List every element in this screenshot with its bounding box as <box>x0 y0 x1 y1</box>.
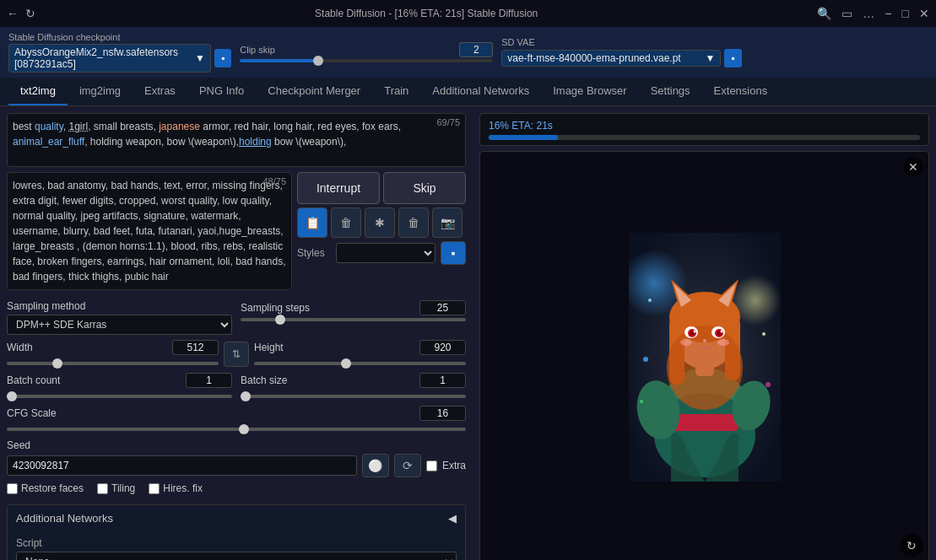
svg-point-30 <box>643 357 648 362</box>
batch-size-label: Batch size <box>241 374 287 386</box>
sampling-method-select[interactable]: DPM++ SDE Karras <box>7 315 232 335</box>
svg-point-28 <box>680 339 692 346</box>
svg-point-32 <box>640 400 643 403</box>
sdvae-select[interactable]: vae-ft-mse-840000-ema-pruned.vae.pt ▼ <box>501 50 721 67</box>
svg-point-31 <box>762 332 766 336</box>
cfg-slider[interactable] <box>7 428 466 431</box>
tiling-checkbox[interactable]: Tiling <box>97 482 135 494</box>
svg-point-29 <box>717 339 729 346</box>
width-group: Width <box>7 340 219 368</box>
seed-random-button[interactable]: ⚪ <box>362 454 389 477</box>
cfg-value[interactable] <box>419 406 466 421</box>
batch-size-group: Batch size <box>241 373 466 401</box>
svg-point-21 <box>693 331 695 333</box>
negative-prompt-text[interactable]: lowres, bad anatomy, bad hands, text, er… <box>13 178 286 284</box>
progress-label: 16% ETA: 21s <box>489 120 553 132</box>
japanese-link[interactable]: japanese <box>159 121 200 132</box>
hires-fix-checkbox[interactable]: Hires. fix <box>149 482 203 494</box>
checkpoint-label: Stable Diffusion checkpoint <box>8 32 231 42</box>
tab-additional-networks[interactable]: Additional Networks <box>420 78 541 105</box>
restore-faces-checkbox[interactable]: Restore faces <box>7 482 84 494</box>
titlebar-left: ← ↻ <box>7 7 35 20</box>
positive-prompt-counter: 69/75 <box>436 117 460 127</box>
close-button[interactable]: ✕ <box>919 7 929 20</box>
seed-recycle-button[interactable]: ⟳ <box>394 454 421 477</box>
maximize-button[interactable]: □ <box>902 7 909 20</box>
additional-networks-content: Script None <box>8 531 465 560</box>
interrupt-skip-row: Interrupt Skip <box>297 172 466 204</box>
actions-area: 48/75 lowres, bad anatomy, bad hands, te… <box>7 172 466 290</box>
tab-checkpoint-merger[interactable]: Checkpoint Merger <box>256 78 372 105</box>
right-panel: 16% ETA: 21s ✕ <box>473 106 936 560</box>
positive-prompt-box[interactable]: 69/75 best quality, 1girl, small breasts… <box>7 113 466 167</box>
reload-button[interactable]: ↻ <box>25 7 35 20</box>
batch-size-value[interactable] <box>419 373 466 388</box>
clip-skip-group: Clip skip 2 <box>240 42 493 62</box>
wh-row: Width ⇅ Height <box>7 340 466 368</box>
progress-container: 16% ETA: 21s <box>479 113 929 146</box>
image-refresh-button[interactable]: ↻ <box>900 534 923 557</box>
tab-train[interactable]: Train <box>372 78 420 105</box>
negative-prompt-box[interactable]: 48/75 lowres, bad anatomy, bad hands, te… <box>7 172 292 290</box>
tab-img2img[interactable]: img2img <box>68 78 133 105</box>
extra-icon-button[interactable]: ✱ <box>365 207 395 238</box>
checkpoint-select[interactable]: AbyssOrangeMix2_nsfw.safetensors [087329… <box>8 44 211 73</box>
tab-txt2img[interactable]: txt2img <box>8 78 68 105</box>
swap-dimensions-button[interactable]: ⇅ <box>224 342 249 367</box>
animal-ear-link[interactable]: animal_ear_fluff <box>13 136 84 148</box>
minimize-button[interactable]: − <box>885 7 891 20</box>
back-button[interactable]: ← <box>7 7 19 20</box>
width-value[interactable] <box>172 340 219 355</box>
tab-extensions[interactable]: Extensions <box>702 78 780 105</box>
width-label: Width <box>7 342 33 353</box>
width-slider[interactable] <box>7 362 219 365</box>
extra-checkbox[interactable] <box>426 460 437 471</box>
sampling-steps-slider[interactable] <box>241 318 466 321</box>
height-slider[interactable] <box>254 362 466 365</box>
image-close-button[interactable]: ✕ <box>903 157 923 177</box>
more-button[interactable]: … <box>863 7 874 20</box>
batch-size-slider[interactable] <box>241 395 466 398</box>
seed-input[interactable] <box>7 455 357 476</box>
trash-icon-button[interactable]: 🗑 <box>331 207 361 238</box>
styles-apply-button[interactable]: ▪ <box>441 241 466 265</box>
search-button[interactable]: 🔍 <box>817 7 831 20</box>
sdvae-apply-button[interactable]: ▪ <box>724 49 741 67</box>
height-value[interactable] <box>419 340 466 355</box>
image-container: ✕ <box>479 151 929 560</box>
right-actions: Interrupt Skip 📋 🗑 ✱ 🗑 📷 Styles ▪ <box>297 172 466 290</box>
delete-icon-button[interactable]: 🗑 <box>398 207 429 238</box>
seed-group: Seed ⚪ ⟳ Extra <box>7 439 466 477</box>
sampling-steps-value[interactable] <box>419 300 466 315</box>
tab-png-info[interactable]: PNG Info <box>187 78 256 105</box>
clip-skip-value: 2 <box>459 42 493 57</box>
controls-section: Sampling method DPM++ SDE Karras Samplin… <box>7 295 466 499</box>
cfg-group: CFG Scale <box>7 406 466 433</box>
skip-button[interactable]: Skip <box>383 172 466 204</box>
paste-icon-button[interactable]: 📋 <box>297 207 327 238</box>
interrupt-button[interactable]: Interrupt <box>297 172 380 204</box>
additional-networks-title: Additional Networks <box>16 512 113 525</box>
batch-count-label: Batch count <box>7 374 60 386</box>
batch-count-slider[interactable] <box>7 395 232 398</box>
svg-point-27 <box>703 339 706 342</box>
extra-label: Extra <box>442 460 466 471</box>
holding-link[interactable]: holding <box>239 136 272 148</box>
tab-image-browser[interactable]: Image Browser <box>541 78 638 105</box>
icon-buttons-row: 📋 🗑 ✱ 🗑 📷 <box>297 207 466 238</box>
checkpoint-apply-button[interactable]: ▪ <box>214 49 231 67</box>
tab-extras[interactable]: Extras <box>133 78 187 105</box>
quality-link[interactable]: quality <box>35 121 63 132</box>
styles-select[interactable] <box>336 243 436 263</box>
sdvae-group: SD VAE vae-ft-mse-840000-ema-pruned.vae.… <box>501 37 741 67</box>
sdvae-label: SD VAE <box>501 37 741 47</box>
additional-networks-header[interactable]: Additional Networks ◀ <box>8 505 465 531</box>
additional-networks-collapse-icon: ◀ <box>448 512 457 525</box>
batch-count-value[interactable] <box>186 373 232 388</box>
cast-button[interactable]: ▭ <box>841 7 852 20</box>
script-select[interactable]: None <box>16 552 457 560</box>
positive-prompt-text[interactable]: best quality, 1girl, small breasts, japa… <box>13 119 460 161</box>
sampling-steps-label: Sampling steps <box>241 302 310 314</box>
image-icon-button[interactable]: 📷 <box>432 207 463 238</box>
tab-settings[interactable]: Settings <box>639 78 702 105</box>
